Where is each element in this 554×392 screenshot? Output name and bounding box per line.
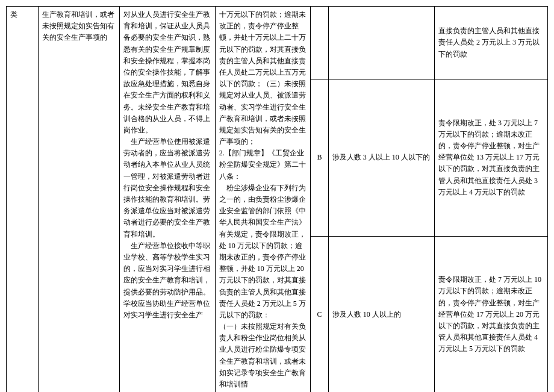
level-cell: C xyxy=(311,236,328,392)
regulation-table: 类 生产教育和培训，或者未按照规定如实告知有关的安全生产事项的 对从业人员进行安… xyxy=(6,6,548,392)
condition-cell xyxy=(328,7,434,79)
level-cell xyxy=(311,7,328,79)
level-cell: B xyxy=(311,79,328,237)
category-cell: 类 xyxy=(7,7,39,393)
condition-cell: 涉及人数 3 人以上 10 人以下的 xyxy=(328,79,434,237)
penalty-law-cell: 十万元以下的罚款；逾期未改正的，责令停产停业整顿，并处十万元以上二十万元以下的罚… xyxy=(215,7,311,393)
penalty-detail-cell: 责令限期改正，处 3 万元以上 7 万元以下的罚款；逾期未改正的，责令停产停业整… xyxy=(434,79,547,237)
table-row: 类 生产教育和培训，或者未按照规定如实告知有关的安全生产事项的 对从业人员进行安… xyxy=(7,7,548,79)
law-text-cell: 对从业人员进行安全生产教育和培训，保证从业人员具备必要的安全生产知识，熟悉有关的… xyxy=(120,7,216,393)
condition-cell: 涉及人数 10 人以上的 xyxy=(328,236,434,392)
penalty-detail-cell: 直接负责的主管人员和其他直接责任人员处 2 万元以上 3 万元以下的罚款 xyxy=(434,7,547,79)
violation-desc-cell: 生产教育和培训，或者未按照规定如实告知有关的安全生产事项的 xyxy=(38,7,119,393)
penalty-detail-cell: 责令限期改正，处 7 万元以上 10 万元以下的罚款；逾期未改正的，责令停产停业… xyxy=(434,236,547,392)
